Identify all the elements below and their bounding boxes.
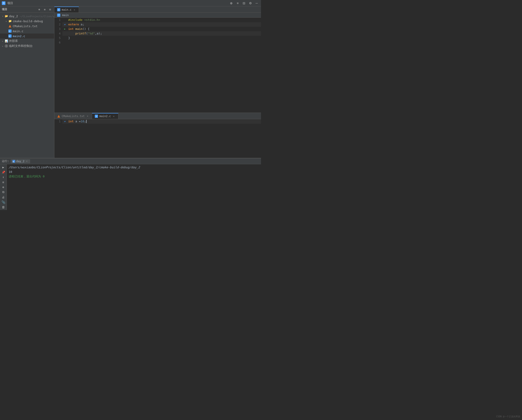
line-content-4: printf("%d",a); <box>67 31 261 36</box>
copy-btn[interactable]: ⧉ <box>1 190 6 194</box>
tree-item-external[interactable]: 📊 外部库 <box>0 38 54 44</box>
code-line-6: 6 <box>54 40 261 45</box>
bottom-line-num-1: 1 <box>54 119 62 124</box>
scroll-up-btn[interactable]: ⬆ <box>1 175 6 179</box>
bottom-line-content-1: int a =10; <box>67 119 261 124</box>
line-content-6 <box>67 40 261 45</box>
terminal-toolbar: ▶ 📌 ⬆ ≡ ⊕ ⧉ 🖨 📎 🗑 <box>0 164 7 210</box>
sidebar-list-btn[interactable]: ≡ <box>42 7 47 12</box>
terminal-output: /Users/wuxiaobo/CLionProjects/Clion/unti… <box>7 164 261 210</box>
bottom-tab-bar: CMakeLists.txt × c main2.c × <box>54 113 261 119</box>
sort-btn[interactable]: ⊕ <box>1 185 6 189</box>
sidebar-add-btn[interactable]: ⊕ <box>37 7 41 12</box>
collapse-btn[interactable]: ⊟ <box>241 1 246 6</box>
tree-label-temp: 临时文件和控制台 <box>9 44 33 48</box>
sync-btn[interactable]: ⊕ <box>229 1 234 6</box>
line-num-4: 4 <box>54 31 62 36</box>
line-num-5: 5 <box>54 36 62 40</box>
title-bar: ☰ 项目 ⊕ ≡ ⊟ ⚙ ─ <box>0 0 261 6</box>
temp-icon <box>5 44 8 48</box>
tab-close-main2c[interactable]: × <box>112 115 115 118</box>
line-content-1: #include <stdio.h> <box>67 18 261 22</box>
tree-label-cmakelists: CMakeLists.txt <box>13 24 38 28</box>
tree-item-main2c[interactable]: c main2.c <box>0 34 54 38</box>
sidebar-title: 项目 <box>2 8 7 11</box>
tree-arrow-cmake-build <box>5 20 8 22</box>
code-line-5: 5 } <box>54 36 261 40</box>
line-gutter-4 <box>62 31 67 36</box>
print-btn[interactable]: 🖨 <box>1 195 6 199</box>
code-line-3: 3 ▶ int main() { <box>54 27 261 31</box>
line-num-2: 2 <box>54 22 62 27</box>
tab-c-icon: c <box>57 8 60 11</box>
tab-mainc[interactable]: c main.c × <box>54 7 79 12</box>
function-bar: f main <box>54 13 261 18</box>
line-content-2: extern a; <box>67 22 261 27</box>
code-line-2: 2 ⇄ extern a; <box>54 22 261 27</box>
bottom-code-editor[interactable]: 1 ⇄ int a =10; <box>54 119 261 158</box>
terminal-line-path: /Users/wuxiaobo/CLionProjects/Clion/unti… <box>9 165 259 170</box>
function-icon: f <box>57 14 60 17</box>
pin2-btn[interactable]: 📎 <box>1 200 6 204</box>
list-btn[interactable]: ≡ <box>1 180 6 184</box>
project-label: 项目 <box>7 1 13 5</box>
tree-arrow-day2 <box>1 15 5 17</box>
run-btn[interactable]: ▶ <box>1 165 6 169</box>
sidebar: 项目 ⊕ ≡ ⊟ 📂 day_2 ~/CLionProjects/Clion/u… <box>0 6 54 158</box>
line-gutter-6 <box>62 40 67 45</box>
tab-main2c[interactable]: c main2.c × <box>92 113 118 119</box>
sidebar-header-controls: ⊕ ≡ ⊟ <box>37 7 52 12</box>
pin-btn[interactable]: 📌 <box>1 170 6 174</box>
terminal-tab-close[interactable]: × <box>25 160 28 163</box>
tree-arrow-external <box>1 40 5 42</box>
tab-cmakelists[interactable]: CMakeLists.txt × <box>54 113 92 119</box>
tree-item-day2[interactable]: 📂 day_2 ~/CLionProjects/Clion/untitled/d… <box>0 14 54 19</box>
tree-item-mainc[interactable]: c main.c <box>0 29 54 34</box>
cmake-tab-icon <box>57 115 60 118</box>
line-num-6: 6 <box>54 40 62 45</box>
line-num-1: 1 <box>54 18 62 22</box>
minimize-btn[interactable]: ─ <box>254 1 259 6</box>
bottom-code-line-1: 1 ⇄ int a =10; <box>54 119 261 124</box>
tab-close-mainc[interactable]: × <box>73 8 76 11</box>
terminal-tab-day2[interactable]: ▶ day_2 × <box>11 159 30 163</box>
clear-btn[interactable]: 🗑 <box>1 205 6 209</box>
tree-label-external: 外部库 <box>9 39 18 43</box>
top-code-editor[interactable]: 1 #include <stdio.h> 2 ⇄ extern a; 3 ▶ i… <box>54 18 261 112</box>
line-gutter-1 <box>62 18 67 22</box>
bottom-line-gutter-1: ⇄ <box>62 119 67 124</box>
title-controls: ⊕ ≡ ⊟ ⚙ ─ <box>229 1 259 6</box>
cmake-icon <box>8 24 12 28</box>
tree-item-temp[interactable]: 临时文件和控制台 <box>0 44 54 48</box>
tree-label-main2c: main2.c <box>13 34 25 38</box>
tab-close-cmakelists[interactable]: × <box>86 115 89 118</box>
tree-label-mainc: main.c <box>13 30 23 33</box>
sidebar-collapse-btn[interactable]: ⊟ <box>48 7 52 12</box>
terminal-area: 运行: ▶ day_2 × ▶ 📌 ⬆ ≡ ⊕ ⧉ 🖨 📎 🗑 <box>0 158 261 210</box>
editor-area: c main.c × f main 1 #include <stdio.h> <box>54 6 261 158</box>
svg-point-7 <box>6 45 7 47</box>
settings-btn[interactable]: ⚙ <box>248 1 253 6</box>
terminal-status-text: 进程已结束，退出代码为 0 <box>9 175 45 178</box>
tree-item-cmake-build[interactable]: 📁 cmake-build-debug <box>0 19 54 23</box>
terminal-line-output: 10 <box>9 170 259 174</box>
terminal-line-status: 进程已结束，退出代码为 0 <box>9 174 259 179</box>
sidebar-header: 项目 ⊕ ≡ ⊟ <box>0 6 54 13</box>
line-gutter-3[interactable]: ▶ <box>62 27 67 31</box>
top-editor-pane: c main.c × f main 1 #include <stdio.h> <box>54 6 261 112</box>
lib-icon: 📊 <box>5 39 8 43</box>
terminal-path-text: /Users/wuxiaobo/CLionProjects/Clion/unti… <box>9 165 140 169</box>
function-name: main <box>62 14 69 17</box>
terminal-title: 运行: <box>2 159 9 163</box>
tab-label-mainc: main.c <box>62 8 71 11</box>
line-content-5: } <box>67 36 261 40</box>
svg-text:▶: ▶ <box>13 161 14 163</box>
file-tree: 📂 day_2 ~/CLionProjects/Clion/untitled/d… <box>0 13 54 158</box>
terminal-header: 运行: ▶ day_2 × <box>0 158 261 164</box>
list-btn[interactable]: ≡ <box>235 1 240 6</box>
folder-open-icon: 📂 <box>5 14 8 18</box>
tree-label-day2: day_2 ~/CLionProjects/Clion/untitled/day… <box>9 15 54 18</box>
c-file-icon: c <box>8 29 12 33</box>
tab-c2-icon: c <box>95 115 98 118</box>
tree-item-cmakelists[interactable]: CMakeLists.txt <box>0 23 54 29</box>
